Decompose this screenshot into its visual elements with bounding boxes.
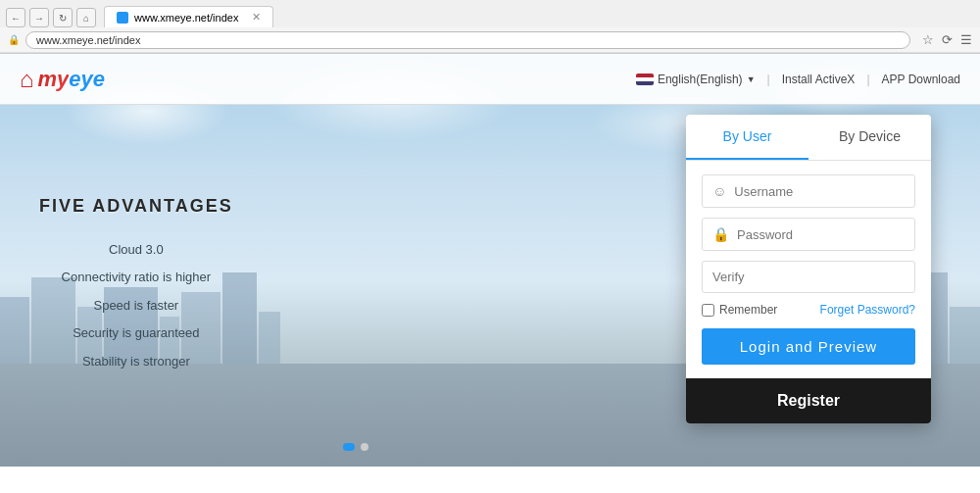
login-button[interactable]: Login and Preview [702,328,915,365]
home-button[interactable]: ⌂ [76,8,96,27]
user-icon: ☺ [712,183,726,199]
logo: ⌂ my eye [20,66,105,93]
language-label: English(English) [658,73,743,86]
browser-chrome: ← → ↻ ⌂ www.xmeye.net/index ✕ 🔒 www.xmey… [0,0,980,54]
login-panel: By User By Device ☺ 🔒 [686,115,931,423]
register-label: Register [777,392,840,409]
address-bar[interactable]: www.xmeye.net/index [25,31,910,49]
tab-bar: ← → ↻ ⌂ www.xmeye.net/index ✕ [0,0,980,27]
forget-password-link[interactable]: Forget Password? [820,303,915,317]
logo-house-icon: ⌂ [20,66,34,93]
username-input[interactable] [734,184,905,199]
advantages-list: Cloud 3.0 Connectivity ratio is higher S… [39,236,233,376]
login-tabs: By User By Device [686,115,931,161]
remember-row: Remember Forget Password? [702,303,915,317]
tab-title: www.xmeye.net/index [134,12,238,24]
advantages-section: FIVE ADVANTAGES Cloud 3.0 Connectivity r… [39,196,233,376]
header-divider: | [767,73,770,86]
remember-label[interactable]: Remember [702,303,777,317]
verify-row [702,261,915,293]
verify-input[interactable] [702,261,915,293]
header-right: English(English) ▼ | Install ActiveX | A… [636,73,960,86]
header-divider2: | [866,73,869,86]
flag-icon [636,74,654,85]
nav-buttons: ← → ↻ ⌂ [6,8,96,27]
site-header: ⌂ my eye English(English) ▼ | Install Ac… [0,54,980,105]
language-selector[interactable]: English(English) ▼ [636,73,756,86]
password-group: 🔒 [702,218,915,251]
advantage-item-1: Cloud 3.0 [39,236,233,265]
star-icon[interactable]: ☆ [922,32,934,47]
back-button[interactable]: ← [6,8,25,27]
tab-by-device[interactable]: By Device [808,115,931,160]
pagination-dots [343,443,368,451]
browser-action-icons: ☆ ⟳ ☰ [922,32,972,47]
login-body: ☺ 🔒 Remember Forge [686,161,931,378]
logo-text: my [38,67,70,92]
tab-close[interactable]: ✕ [252,11,261,24]
advantage-item-3: Speed is faster [39,292,233,320]
tab-favicon [117,12,128,24]
menu-icon[interactable]: ☰ [960,32,972,47]
refresh-icon[interactable]: ⟳ [942,32,953,47]
main-content: FIVE ADVANTAGES Cloud 3.0 Connectivity r… [0,105,980,467]
dropdown-chevron-icon: ▼ [747,74,756,84]
advantages-heading: FIVE ADVANTAGES [39,196,233,217]
password-input[interactable] [737,227,905,242]
app-download-link[interactable]: APP Download [882,73,961,86]
browser-tab[interactable]: www.xmeye.net/index ✕ [104,6,273,27]
reload-button[interactable]: ↻ [53,8,73,27]
remember-text: Remember [719,303,777,317]
page-content: ⌂ my eye English(English) ▼ | Install Ac… [0,54,980,467]
dot-inactive[interactable] [361,443,368,451]
lock-icon: 🔒 [8,34,20,45]
tab-by-user[interactable]: By User [686,115,808,160]
logo-eye-text: eye [69,67,105,92]
register-bar[interactable]: Register [686,378,931,423]
install-activex-link[interactable]: Install ActiveX [782,73,856,86]
lock-field-icon: 🔒 [712,226,729,242]
forward-button[interactable]: → [29,8,49,27]
advantage-item-4: Security is guaranteed [39,320,233,348]
address-bar-row: 🔒 www.xmeye.net/index ☆ ⟳ ☰ [0,27,980,53]
advantage-item-2: Connectivity ratio is higher [39,264,233,292]
remember-checkbox[interactable] [702,304,714,317]
dot-active[interactable] [343,443,355,451]
advantage-item-5: Stability is stronger [39,348,233,376]
username-group: ☺ [702,174,915,208]
